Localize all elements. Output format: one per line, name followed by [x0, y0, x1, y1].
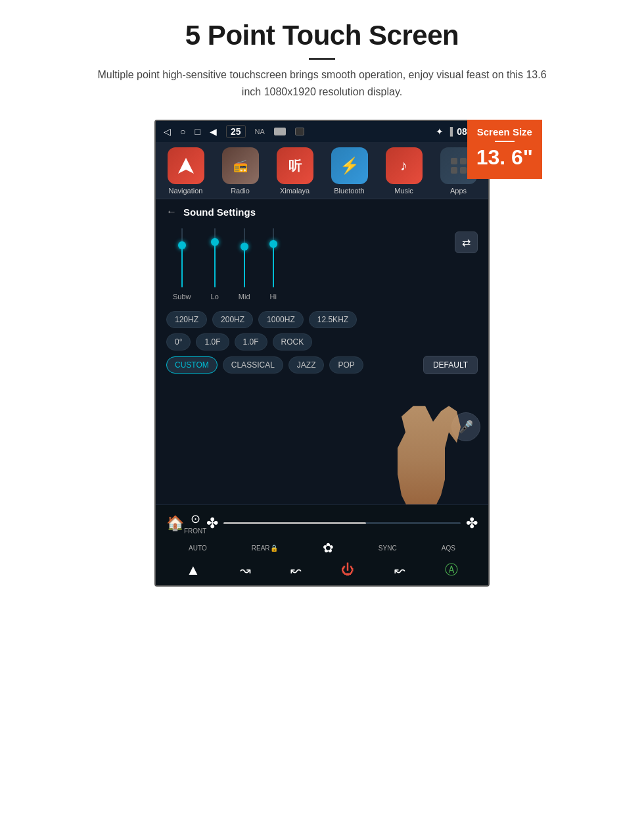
- bottom-auto[interactable]: AUTO: [189, 545, 207, 552]
- front-icon: ⊙: [191, 512, 200, 526]
- eq-track-lo: [214, 228, 216, 287]
- bottom-next-1[interactable]: ↝: [240, 562, 251, 578]
- eq-track-subw: [181, 228, 183, 287]
- badge-divider: [495, 141, 515, 142]
- mode-btn-0deg[interactable]: 0°: [166, 333, 191, 351]
- auto-label: AUTO: [189, 545, 207, 552]
- rear-label: REAR🔒: [252, 545, 278, 552]
- bottom-row-3: ▲ ↝ ↜ ⏻ ↜ Ⓐ: [156, 558, 488, 585]
- bottom-settings-1[interactable]: ✤: [206, 515, 218, 532]
- bottom-home[interactable]: 🏠: [166, 515, 184, 532]
- bottom-front[interactable]: ⊙ FRONT: [184, 512, 206, 535]
- battery-icon: [295, 128, 304, 135]
- app-label-ximalaya: Ximalaya: [280, 187, 310, 195]
- app-label-apps: Apps: [450, 187, 467, 195]
- hand-image: [390, 406, 469, 504]
- svg-rect-3: [451, 167, 457, 174]
- freq-btn-1000hz[interactable]: 1000HZ: [258, 311, 304, 328]
- eq-line-subw: [181, 245, 183, 287]
- bottom-power[interactable]: ⏻: [341, 562, 354, 577]
- eq-line-lo: [214, 242, 216, 287]
- app-label-bluetooth: Bluetooth: [334, 187, 364, 195]
- eq-slider-subw[interactable]: Subw: [173, 228, 191, 301]
- bottom-android-auto[interactable]: Ⓐ: [445, 561, 458, 579]
- prev2-icon: ↜: [394, 562, 405, 578]
- bluetooth-status-icon: ✦: [436, 126, 444, 137]
- app-item-radio[interactable]: 📻 Radio: [222, 147, 259, 195]
- preset-btn-pop[interactable]: POP: [329, 356, 363, 374]
- bottom-row-1: 🏠 ⊙ FRONT ✤ ✤: [156, 505, 488, 537]
- aqs-label: AQS: [442, 545, 455, 552]
- mode-btn-1f-1[interactable]: 1.0F: [196, 333, 229, 351]
- volume-value: 25: [226, 125, 246, 138]
- bottom-sync[interactable]: SYNC: [379, 545, 397, 552]
- page-subtitle: Multiple point high-sensitive touchscree…: [92, 66, 552, 100]
- eq-line-hi: [273, 244, 274, 287]
- svg-marker-0: [178, 158, 194, 174]
- volume-icon[interactable]: ◀: [210, 126, 217, 137]
- bottom-slider-fill: [223, 522, 365, 524]
- bottom-prev-2[interactable]: ↜: [394, 562, 405, 578]
- settings1-icon: ✤: [206, 515, 218, 532]
- preset-btn-custom[interactable]: CUSTOM: [166, 356, 218, 374]
- mode-btn-1f-2[interactable]: 1.0F: [235, 333, 267, 351]
- eq-slider-hi[interactable]: Hi: [270, 228, 277, 301]
- bottom-slider[interactable]: [223, 522, 461, 524]
- preset-buttons-row: CUSTOM CLASSICAL JAZZ POP DEFAULT: [166, 356, 478, 374]
- next1-icon: ↝: [240, 562, 251, 578]
- sync-label: SYNC: [379, 545, 397, 552]
- status-left: ◁ ○ □ ◀ 25 NA: [164, 125, 304, 138]
- bottom-prev-1[interactable]: ↜: [290, 562, 302, 578]
- app-item-music[interactable]: ♪ Music: [386, 147, 423, 195]
- power-icon: ⏻: [341, 562, 354, 577]
- eq-slider-mid[interactable]: Mid: [239, 228, 250, 301]
- prev1-icon: ↜: [290, 562, 302, 578]
- back-button[interactable]: ←: [166, 206, 177, 218]
- freq-btn-200hz[interactable]: 200HZ: [212, 311, 253, 328]
- app-icon-music: ♪: [386, 147, 423, 184]
- freq-btn-120hz[interactable]: 120HZ: [166, 311, 207, 328]
- preset-btn-jazz[interactable]: JAZZ: [288, 356, 325, 374]
- app-item-ximalaya[interactable]: 听 Ximalaya: [277, 147, 313, 195]
- eq-track-mid: [244, 228, 245, 287]
- default-button[interactable]: DEFAULT: [423, 356, 478, 374]
- eq-track-hi: [273, 228, 274, 287]
- app-item-navigation[interactable]: Navigation: [168, 147, 204, 195]
- bottom-aqs[interactable]: AQS: [442, 545, 455, 552]
- page-header: 5 Point Touch Screen Multiple point high…: [0, 0, 644, 107]
- screen-size-badge: Screen Size 13. 6": [467, 120, 542, 179]
- bottom-nav-up[interactable]: ▲: [186, 562, 200, 579]
- status-bar: ◁ ○ □ ◀ 25 NA ✦ ▐ 08:35: [156, 121, 488, 142]
- svg-rect-4: [460, 167, 467, 174]
- bottom-settings-2[interactable]: ✤: [466, 515, 478, 532]
- square-icon[interactable]: □: [195, 126, 200, 137]
- eq-label-lo: Lo: [211, 293, 219, 301]
- app-label-music: Music: [394, 187, 413, 195]
- eq-settings-button[interactable]: ⇄: [455, 231, 478, 253]
- device-frame: ◁ ○ □ ◀ 25 NA ✦ ▐ 08:35: [154, 120, 490, 587]
- mode-btn-rock[interactable]: ROCK: [273, 333, 313, 351]
- settings-header: ← Sound Settings: [166, 206, 478, 218]
- bottom-rear[interactable]: REAR🔒: [252, 545, 278, 552]
- eq-label-subw: Subw: [173, 293, 191, 301]
- signal-icon: [274, 128, 286, 135]
- badge-size: 13. 6": [476, 145, 533, 170]
- freq-btn-12khz[interactable]: 12.5KHZ: [309, 311, 357, 328]
- badge-label: Screen Size: [476, 126, 533, 137]
- back-icon[interactable]: ◁: [164, 126, 171, 137]
- settings-title: Sound Settings: [183, 206, 256, 218]
- bottom-flower[interactable]: ✿: [323, 540, 334, 556]
- home-circle-icon[interactable]: ○: [180, 126, 185, 137]
- eq-slider-lo[interactable]: Lo: [211, 228, 219, 301]
- svg-rect-1: [451, 158, 457, 164]
- preset-btn-classical[interactable]: CLASSICAL: [223, 356, 283, 374]
- app-icon-ximalaya: 听: [277, 147, 313, 184]
- na-label: NA: [255, 128, 265, 135]
- title-divider: [309, 58, 335, 60]
- app-item-bluetooth[interactable]: ⚡ Bluetooth: [331, 147, 368, 195]
- app-icon-navigation: [168, 147, 204, 184]
- eq-line-mid: [244, 247, 245, 287]
- app-icons-row: Navigation 📻 Radio 听 Ximalaya ⚡ Bluetoot…: [156, 142, 488, 199]
- app-icon-radio: 📻: [222, 147, 259, 184]
- eq-sliders: Subw Lo: [166, 228, 455, 301]
